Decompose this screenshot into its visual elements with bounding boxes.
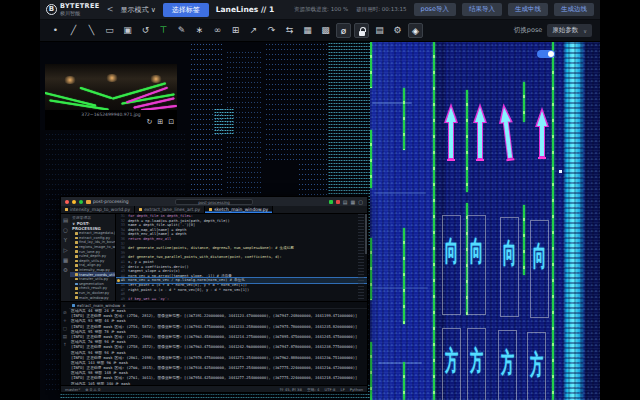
vscode-window[interactable]: post-processing post-processing ▤ ▦ ▢ in…	[60, 196, 368, 393]
lane-line-green[interactable]	[370, 238, 372, 300]
point-tool-icon[interactable]: •	[48, 23, 63, 38]
road-text-box[interactable]: 方	[527, 332, 546, 400]
pointcloud-canvas[interactable]: 372~1652499940.971.jpg ↻⊞⊡	[40, 42, 600, 400]
lane-line-green-main[interactable]	[433, 42, 435, 400]
pose-param-select[interactable]: 原始参数 ∨	[547, 24, 592, 37]
editor-tab[interactable]: sketch_main_window.py	[205, 206, 273, 213]
terminal-tab[interactable]: extract_main_window ×	[72, 303, 126, 308]
road-text-glyph: 向	[501, 235, 518, 273]
refresh-icon[interactable]: ↻	[146, 118, 152, 126]
keyboard-icon[interactable]: ▤	[372, 23, 387, 38]
road-arrow-annotation[interactable]	[535, 107, 549, 159]
lane-line-green[interactable]	[370, 130, 372, 188]
road-text-box[interactable]: 方	[467, 328, 486, 400]
status-right-item[interactable]: 行 45, 列 38	[280, 387, 302, 392]
dashed-line-tool-icon[interactable]: ╲	[84, 23, 99, 38]
lane-line-green[interactable]	[370, 342, 372, 400]
scroll-up-icon[interactable]: ↑	[63, 342, 67, 347]
top-action-button[interactable]: 生成中线	[508, 3, 548, 16]
diamond-target-icon[interactable]: ◈	[408, 23, 423, 38]
status-right-item[interactable]: LF	[341, 387, 345, 392]
run-debug-icon[interactable]: ▷	[63, 247, 67, 253]
window-zoom-icon[interactable]	[79, 200, 83, 204]
lane-line-green-curb[interactable]	[552, 42, 554, 400]
status-left-item[interactable]: master*	[65, 387, 80, 392]
asterisk-tool-icon[interactable]: ∗	[192, 23, 207, 38]
road-text-box[interactable]: 向	[467, 215, 486, 315]
pencil-tool-icon[interactable]: ✎	[174, 23, 189, 38]
line-tool-icon[interactable]: ╱	[66, 23, 81, 38]
bev-intensity-map[interactable]: 向 向 向 向 方 方 方 方	[370, 42, 600, 400]
eye-off-icon[interactable]: ø	[336, 23, 351, 38]
lane-line-green[interactable]	[466, 90, 468, 192]
vscode-editor[interactable]: 31 for depth_file in depth_files: 32 dep…	[116, 214, 367, 301]
toggle-panel-icon[interactable]: ▤	[343, 199, 348, 205]
road-text-box[interactable]: 向	[500, 217, 519, 317]
breakpoint-icon[interactable]	[117, 279, 120, 282]
status-right-item[interactable]: Python	[350, 387, 363, 392]
link-tool-icon[interactable]: ∞	[210, 23, 225, 38]
files-icon[interactable]: ▤	[63, 217, 68, 223]
lane-line-green[interactable]	[523, 82, 525, 122]
layers-tool-icon[interactable]: ▣	[120, 23, 135, 38]
window-minimize-icon[interactable]	[72, 200, 76, 204]
top-action-button[interactable]: 结果导入	[462, 3, 502, 16]
split-terminal-icon[interactable]: ▢	[63, 326, 67, 331]
bev-streak	[370, 287, 428, 289]
settings-gear-icon[interactable]: ⚙	[63, 267, 68, 273]
top-action-button[interactable]: pose导入	[414, 3, 457, 16]
lock-icon[interactable]	[354, 23, 369, 38]
panels-tool-icon[interactable]: ▦	[300, 23, 315, 38]
status-left-item[interactable]: ⊗ 0 ⚠ 0	[85, 387, 100, 392]
lane-line-green[interactable]	[403, 228, 405, 324]
status-right-item[interactable]: UTF-8	[324, 387, 335, 392]
editor-minimap[interactable]	[358, 214, 364, 301]
camera-image[interactable]	[45, 64, 177, 110]
add-box-tool-icon[interactable]: ⊞	[228, 23, 243, 38]
clear-icon[interactable]: ⊘	[63, 310, 67, 315]
edit-tool-icon[interactable]: ↗	[246, 23, 261, 38]
road-text-box[interactable]: 方	[442, 328, 461, 400]
close-icon[interactable]: ×	[122, 303, 125, 308]
grid-tool-icon[interactable]: ▩	[318, 23, 333, 38]
window-close-icon[interactable]	[65, 200, 69, 204]
rotate-tool-icon[interactable]: ↺	[138, 23, 153, 38]
road-arrow-annotation[interactable]	[444, 103, 458, 161]
kill-terminal-icon[interactable]: ▤	[63, 334, 67, 339]
curve-tool-icon[interactable]: ↷	[264, 23, 279, 38]
lane-line-green[interactable]	[523, 205, 525, 275]
source-control-icon[interactable]: Y	[64, 237, 67, 243]
lane-line-green[interactable]	[403, 362, 405, 400]
road-text-box[interactable]: 方	[498, 330, 517, 400]
collapse-chevron-icon[interactable]: <	[107, 5, 114, 14]
extensions-icon[interactable]: ▦	[63, 257, 68, 263]
command-center-search[interactable]: post-processing	[175, 199, 253, 205]
road-text-box[interactable]: 向	[530, 220, 549, 318]
rect-tool-icon[interactable]: ▭	[102, 23, 117, 38]
display-mode-dropdown[interactable]: 显示模式 ∨	[120, 5, 155, 15]
add-terminal-icon[interactable]: +	[63, 318, 67, 323]
overlay-toggle-switch[interactable]	[537, 50, 555, 58]
editor-tab[interactable]: extract_lane_lines_art.py	[135, 206, 205, 213]
status-right-item[interactable]: 空格: 4	[307, 387, 320, 392]
customize-layout-icon[interactable]: ▢	[358, 199, 363, 205]
editor-tab[interactable]: intensity_map_to_world.py	[61, 206, 135, 213]
pole-tool-icon[interactable]: ⊤	[156, 23, 171, 38]
search-icon[interactable]: ○	[63, 227, 68, 233]
road-arrow-annotation[interactable]	[473, 103, 487, 161]
settings-gear-icon[interactable]: ⚙	[390, 23, 405, 38]
vscode-terminal-panel[interactable]: ⊘ + ▢ ▤ ↑ extract_main_window ×	[61, 301, 367, 385]
top-action-button[interactable]: 生成边线	[554, 3, 594, 16]
export-image-icon[interactable]: ⊡	[168, 118, 174, 126]
select-label-button[interactable]: 选择标签	[163, 3, 209, 17]
vscode-explorer[interactable]: 资源管理器 ∨ POST-PROCESSING extract_imagedat…	[70, 214, 116, 301]
road-text-box[interactable]: 向	[442, 215, 461, 315]
editor-scrollbar[interactable]	[365, 214, 367, 254]
explorer-root-folder[interactable]: ∨ POST-PROCESSING	[70, 221, 115, 231]
fullscreen-icon[interactable]: ⊞	[157, 118, 163, 126]
swap-tool-icon[interactable]: ⇆	[282, 23, 297, 38]
vscode-title-bar[interactable]: post-processing post-processing ▤ ▦ ▢	[61, 197, 367, 206]
split-editor-icon[interactable]: ▦	[351, 199, 356, 205]
lane-line-green[interactable]	[403, 88, 405, 150]
lane-line-green[interactable]	[370, 42, 372, 88]
